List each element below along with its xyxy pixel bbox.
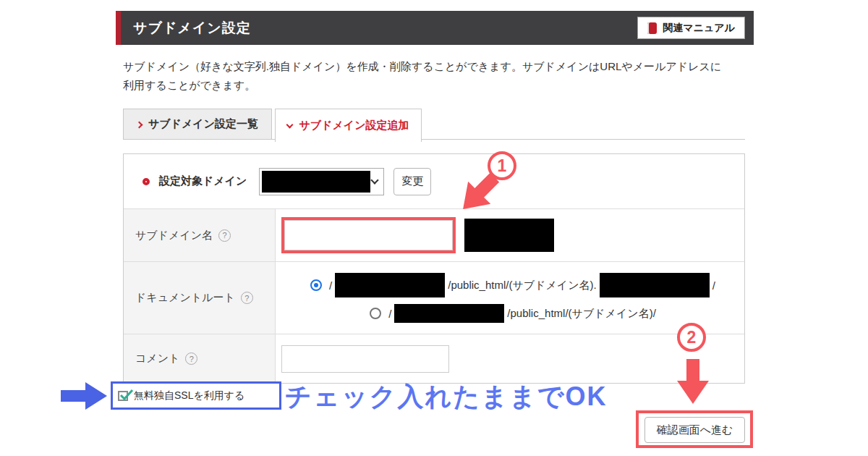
comment-row: コメント ? xyxy=(124,334,744,383)
subdomain-name-label: サブドメイン名 xyxy=(135,229,213,242)
docroot-option-2-pre: / xyxy=(388,308,391,320)
radio-unselected-icon[interactable] xyxy=(370,308,381,319)
docroot-option-2[interactable]: / /public_html/(サブドメイン名)/ xyxy=(370,304,656,323)
comment-input[interactable] xyxy=(281,345,449,373)
redacted-domain-suffix xyxy=(464,219,554,252)
red-arrow-down-icon xyxy=(677,359,709,404)
target-domain-row: 設定対象ドメイン 変更 xyxy=(124,154,744,208)
blue-arrow-icon xyxy=(61,382,107,410)
page-description: サブドメイン（好きな文字列.独自ドメイン）を作成・削除することができます。サブド… xyxy=(123,57,774,95)
chevron-right-icon xyxy=(135,121,142,128)
checkmark-icon xyxy=(119,388,135,402)
ssl-checkbox-label: 無料独自SSLを利用する xyxy=(134,389,244,402)
redacted-server-id xyxy=(394,304,504,323)
target-domain-select[interactable] xyxy=(259,168,384,195)
tab-underline xyxy=(123,139,745,140)
tab-subdomain-list-label: サブドメイン設定一覧 xyxy=(148,117,258,131)
subdomain-name-header: サブドメイン名 ? xyxy=(124,209,276,261)
redacted-server-id xyxy=(335,273,445,297)
redacted-domain-value xyxy=(262,171,370,193)
ssl-checkbox[interactable] xyxy=(118,391,128,401)
page-title: サブドメイン設定 xyxy=(121,19,251,38)
description-line-1: サブドメイン（好きな文字列.独自ドメイン）を作成・削除することができます。サブド… xyxy=(123,57,774,76)
select-caret-icon xyxy=(371,176,379,184)
comment-label: コメント xyxy=(135,352,179,366)
comment-cell xyxy=(276,334,744,383)
help-icon[interactable]: ? xyxy=(241,292,253,304)
description-line-2: 利用することができます。 xyxy=(123,76,774,95)
subdomain-name-row: サブドメイン名 ? xyxy=(124,208,744,261)
annotation-highlight-subdomain-input xyxy=(281,217,456,253)
tab-subdomain-add[interactable]: サブドメイン設定追加 xyxy=(275,109,422,142)
required-ring-icon xyxy=(142,178,150,185)
chevron-down-icon xyxy=(286,121,294,128)
change-domain-button[interactable]: 変更 xyxy=(393,168,431,195)
subdomain-name-input[interactable] xyxy=(284,220,453,250)
step-1-badge: 1 xyxy=(488,151,516,180)
page-header: サブドメイン設定 関連マニュアル xyxy=(116,11,754,45)
tab-subdomain-list[interactable]: サブドメイン設定一覧 xyxy=(123,109,272,140)
book-icon xyxy=(647,22,657,34)
docroot-option-2-mid: /public_html/(サブドメイン名)/ xyxy=(507,307,655,321)
confirm-button[interactable]: 確認画面へ進む xyxy=(644,417,745,443)
related-manual-label: 関連マニュアル xyxy=(663,22,735,35)
docroot-option-1-suf: / xyxy=(712,279,715,292)
subdomain-name-cell xyxy=(276,209,744,261)
tab-subdomain-add-label: サブドメイン設定追加 xyxy=(299,119,409,132)
document-root-row: ドキュメントルート ? / /public_html/(サブドメイン名). / … xyxy=(124,261,744,334)
help-icon[interactable]: ? xyxy=(185,352,197,365)
document-root-cell: / /public_html/(サブドメイン名). / / /public_ht… xyxy=(276,262,744,334)
step-2-badge: 2 xyxy=(677,323,706,352)
annotation-note: チェック入れたままでOK xyxy=(285,379,608,415)
help-icon[interactable]: ? xyxy=(218,229,231,242)
document-root-header: ドキュメントルート ? xyxy=(124,262,276,334)
docroot-option-1-mid: /public_html/(サブドメイン名). xyxy=(448,279,596,292)
target-domain-label: 設定対象ドメイン xyxy=(159,174,247,188)
redacted-domain-name xyxy=(600,273,710,297)
related-manual-button[interactable]: 関連マニュアル xyxy=(637,17,745,39)
comment-header: コメント ? xyxy=(124,334,276,383)
docroot-option-1-pre: / xyxy=(329,279,332,292)
document-root-label: ドキュメントルート xyxy=(135,291,235,305)
annotation-highlight-ssl-checkbox: 無料独自SSLを利用する xyxy=(111,381,281,410)
subdomain-settings-table: 設定対象ドメイン 変更 サブドメイン名 ? ドキュメントルート ? / xyxy=(123,153,745,384)
docroot-option-1[interactable]: / /public_html/(サブドメイン名). / xyxy=(310,273,715,297)
radio-selected-icon[interactable] xyxy=(310,279,322,291)
